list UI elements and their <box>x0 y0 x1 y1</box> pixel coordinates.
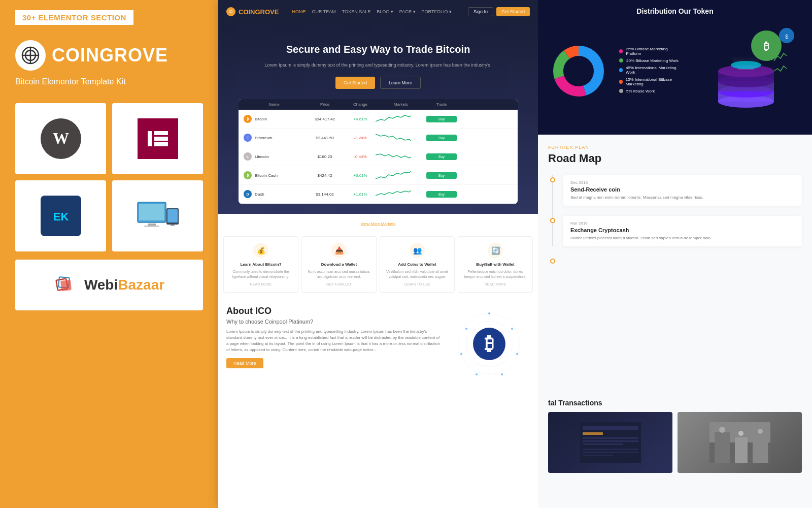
market-table: Name Price Change Markets Trade ₿ Bitcoi… <box>239 99 518 204</box>
svg-point-38 <box>564 57 593 85</box>
nav-portfolio[interactable]: PORTFOLIO <box>422 9 452 14</box>
transactions-panel: tal Transactions <box>538 394 812 508</box>
nav-home[interactable]: HOME <box>292 9 306 14</box>
feature-desc: Nunc accumsan arcu sed massa iutura, nec… <box>306 269 372 279</box>
coin-name: Bitcoin Cash <box>255 173 278 178</box>
svg-rect-22 <box>60 280 72 291</box>
feature-title: Learn About Bitcoin? <box>228 262 294 267</box>
hero-learnmore-button[interactable]: Learn More <box>380 77 421 89</box>
about-readmore-button[interactable]: Read More <box>226 358 263 368</box>
buy-button[interactable]: Buy <box>426 172 457 179</box>
feature-link[interactable]: READ MORE <box>462 282 528 286</box>
token-legend: 25% Bitbase Marketing Platform 20% Bitba… <box>619 47 680 96</box>
bitcoincash-icon: ₿ <box>244 171 252 179</box>
feature-link[interactable]: LEARN TO USE <box>384 282 450 286</box>
svg-rect-59 <box>583 452 638 453</box>
svg-point-26 <box>511 328 513 330</box>
ek-icon: EK <box>41 196 81 236</box>
feature-desc: Commonly used to demonstrate the typefac… <box>228 269 294 279</box>
coin-cell: ₿ Bitcoin Cash <box>244 171 304 179</box>
feature-icon-download: 📥 <box>331 243 347 258</box>
signin-button[interactable]: Sign In <box>468 7 493 16</box>
view-more-link[interactable]: View More Markets <box>361 221 395 226</box>
feature-desc: Pellentesque euismod dolor, donec tempor… <box>462 269 528 279</box>
nav-team[interactable]: OUR TEAM <box>312 9 335 14</box>
buy-button[interactable]: Buy <box>426 191 457 198</box>
table-row: ₿ Bitcoin Cash $424.42 +6.61% Buy <box>239 166 518 185</box>
plugin-grid: W EK <box>15 103 203 251</box>
svg-point-30 <box>460 353 462 355</box>
svg-rect-16 <box>144 226 159 227</box>
table-row: Ł Litecoin $160.20 -0.44% Buy <box>239 147 518 166</box>
coin-cell: Ξ Ethereum <box>244 134 304 142</box>
legend-text: 5% Itbase Work <box>626 89 655 93</box>
svg-rect-58 <box>583 449 638 450</box>
roadmap-title: Road Map <box>548 152 802 165</box>
nav-brand: © COINGROVE <box>226 7 279 16</box>
svg-rect-64 <box>735 437 748 463</box>
nav-brand-name: COINGROVE <box>239 8 279 16</box>
svg-point-31 <box>465 328 467 330</box>
nav-links: HOME OUR TEAM TOKEN SALE BLOG PAGE PORTF… <box>292 9 459 14</box>
features-section: 💰 Learn About Bitcoin? Commonly used to … <box>218 231 538 298</box>
table-row: ₿ Bitcoin $34,417.42 +4.61% Buy <box>239 110 518 129</box>
svg-point-27 <box>516 353 518 355</box>
feature-link[interactable]: READ MORE <box>228 282 294 286</box>
coin-cell: ₿ Bitcoin <box>244 115 304 123</box>
buy-button[interactable]: Buy <box>426 116 457 122</box>
getstarted-button[interactable]: Get Started <box>496 7 530 16</box>
svg-rect-56 <box>583 440 638 442</box>
hero-getstarted-button[interactable]: Get Started <box>335 77 375 89</box>
ek-card: EK <box>15 180 106 251</box>
feature-icon-coins: 👥 <box>410 243 425 258</box>
nav-page[interactable]: PAGE <box>399 9 416 14</box>
timeline-dot <box>550 218 555 223</box>
token-3d-graphic: ₿ $ <box>690 20 802 122</box>
brand-subtitle: Bitcoin Elementor Template Kit <box>15 76 203 88</box>
market-header: Name Price Change Markets Trade <box>239 99 518 110</box>
coin-cell: D Dash <box>244 190 304 198</box>
legend-text: 25% Bitbase Marketing Platform <box>626 47 680 56</box>
timeline-item: Dec 2016 Send-Receive coin Sed et magna … <box>558 175 802 206</box>
mini-chart <box>376 151 411 162</box>
webibazaar-card: WebiBazaar <box>15 260 203 310</box>
legend-item: 20% Bitbase Marketing Work <box>619 58 680 63</box>
legend-text: 45% International Marketing Work <box>626 66 680 75</box>
nav-brand-icon: © <box>226 7 235 16</box>
legend-text: 15% International Bitbase Marketing <box>626 77 680 86</box>
litecoin-icon: Ł <box>244 152 252 161</box>
nav-token[interactable]: TOKEN SALE <box>342 9 370 14</box>
token-panel: Distribution Our Token 25% Bitbase Marke… <box>538 0 812 135</box>
mini-chart <box>376 188 411 200</box>
bitcoin-icon: ₿ <box>244 115 252 123</box>
timeline-card: Mar 2018 Exchange Cryptocash Donec ultri… <box>563 216 802 246</box>
feature-icon-bitcoin: 💰 <box>253 243 268 258</box>
price: $160.20 <box>304 154 345 159</box>
change: -2.24% <box>345 136 376 140</box>
change: -0.44% <box>345 154 376 159</box>
brand-logo: COINGROVE <box>15 40 203 71</box>
coin-name: Bitcoin <box>255 117 267 121</box>
svg-text:₿: ₿ <box>485 333 494 354</box>
nav-blog[interactable]: BLOG <box>377 9 393 14</box>
transactions-title: tal Transactions <box>548 399 802 407</box>
svg-rect-54 <box>583 432 603 435</box>
buy-button[interactable]: Buy <box>426 135 457 141</box>
svg-point-28 <box>501 373 503 375</box>
feature-link[interactable]: GET A WALLET <box>306 282 372 286</box>
about-section: About ICO Why to choose Coinpool Platinu… <box>218 298 538 390</box>
change: +6.61% <box>345 173 376 178</box>
svg-text:₿: ₿ <box>764 41 769 52</box>
svg-rect-18 <box>167 209 178 223</box>
token-content: 25% Bitbase Marketing Platform 20% Bitba… <box>538 20 812 122</box>
svg-text:EK: EK <box>53 210 69 223</box>
timeline-card-title: Exchange Cryptocash <box>570 227 795 233</box>
webibazaar-logo: WebiBazaar <box>54 272 164 298</box>
table-row: D Dash $3,144.02 +1.61% Buy <box>239 185 518 204</box>
bitcoin-graphic: ₿ <box>449 306 530 382</box>
feature-title: Buy/Sell with Wallet <box>462 262 528 267</box>
feature-card-wallet-dl: 📥 Download a Wallet Nunc accumsan arcu s… <box>301 236 377 293</box>
token-title: Distribution Our Token <box>538 0 812 20</box>
buy-button[interactable]: Buy <box>426 153 457 160</box>
feature-title: Add Coins to Wallet <box>384 262 450 267</box>
